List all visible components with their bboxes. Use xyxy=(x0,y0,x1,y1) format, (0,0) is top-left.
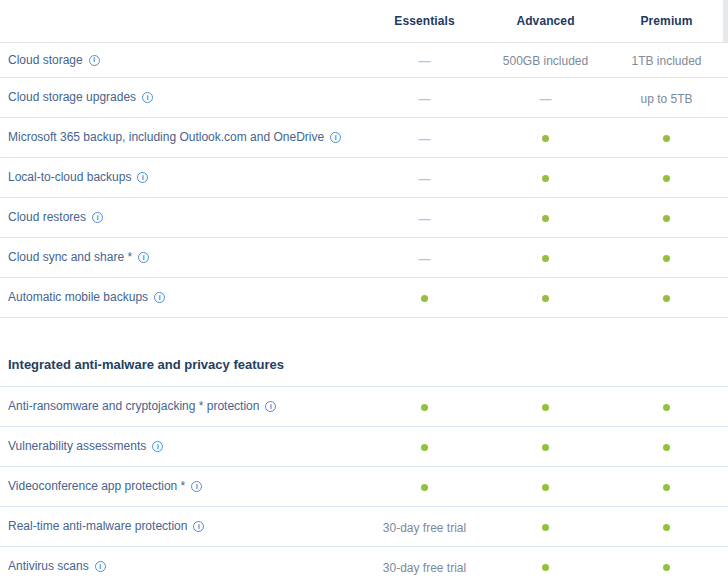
info-icon[interactable]: i xyxy=(89,55,100,66)
value-cell xyxy=(606,209,727,227)
column-header-advanced: Advanced xyxy=(485,14,606,28)
feature-cell: Cloud restoresi xyxy=(0,210,364,225)
feature-cell: Antivirus scansi xyxy=(0,559,364,574)
table-row: Vulnerability assessmentsi xyxy=(0,427,728,467)
value-cell: — xyxy=(364,129,485,147)
scroll-edge xyxy=(723,0,728,42)
value-cell xyxy=(606,398,727,416)
included-dot-icon xyxy=(542,135,549,142)
not-included-dash: — xyxy=(419,252,431,266)
info-icon[interactable]: i xyxy=(138,252,149,263)
included-dot-icon xyxy=(663,135,670,142)
included-dot-icon xyxy=(542,175,549,182)
info-icon[interactable]: i xyxy=(193,521,204,532)
value-cell xyxy=(485,438,606,456)
table-header-row: Essentials Advanced Premium xyxy=(0,0,728,43)
feature-cell: Automatic mobile backupsi xyxy=(0,290,364,305)
value-cell xyxy=(606,289,727,307)
info-icon[interactable]: i xyxy=(142,92,153,103)
value-cell: 30-day free trial xyxy=(364,558,485,576)
info-icon[interactable]: i xyxy=(137,172,148,183)
feature-label: Videoconference app protection * xyxy=(8,479,185,494)
included-dot-icon xyxy=(421,295,428,302)
feature-cell: Cloud storage upgradesi xyxy=(0,90,364,105)
feature-label: Cloud sync and share * xyxy=(8,250,132,265)
feature-label: Real-time anti-malware protection xyxy=(8,519,187,534)
info-icon[interactable]: i xyxy=(95,561,106,572)
value-cell: — xyxy=(364,169,485,187)
value-cell xyxy=(364,438,485,456)
value-cell xyxy=(364,289,485,307)
included-dot-icon xyxy=(542,484,549,491)
value-cell: — xyxy=(364,51,485,69)
included-dot-icon xyxy=(663,215,670,222)
value-cell xyxy=(606,169,727,187)
table-body: Cloud storagei—500GB included1TB include… xyxy=(0,43,728,579)
value-cell: — xyxy=(485,89,606,107)
not-included-dash: — xyxy=(419,132,431,146)
cell-value: 30-day free trial xyxy=(383,561,466,575)
not-included-dash: — xyxy=(419,172,431,186)
feature-cell: Local-to-cloud backupsi xyxy=(0,170,364,185)
cell-value: 30-day free trial xyxy=(383,521,466,535)
value-cell xyxy=(606,249,727,267)
feature-label: Cloud restores xyxy=(8,210,86,225)
feature-label: Microsoft 365 backup, including Outlook.… xyxy=(8,130,324,145)
column-header-essentials: Essentials xyxy=(364,14,485,28)
not-included-dash: — xyxy=(419,212,431,226)
included-dot-icon xyxy=(663,564,670,571)
value-cell xyxy=(606,558,727,576)
value-cell xyxy=(364,478,485,496)
feature-label: Vulnerability assessments xyxy=(8,439,146,454)
included-dot-icon xyxy=(663,295,670,302)
included-dot-icon xyxy=(663,404,670,411)
included-dot-icon xyxy=(542,295,549,302)
value-cell xyxy=(606,478,727,496)
included-dot-icon xyxy=(542,404,549,411)
cell-value: 500GB included xyxy=(503,54,588,68)
included-dot-icon xyxy=(542,444,549,451)
included-dot-icon xyxy=(663,255,670,262)
value-cell: up to 5TB xyxy=(606,89,727,107)
feature-cell: Cloud storagei xyxy=(0,53,364,68)
included-dot-icon xyxy=(663,444,670,451)
plans-comparison-table: Essentials Advanced Premium Cloud storag… xyxy=(0,0,728,579)
cell-value: 1TB included xyxy=(631,54,701,68)
info-icon[interactable]: i xyxy=(330,132,341,143)
info-icon[interactable]: i xyxy=(92,212,103,223)
feature-label: Local-to-cloud backups xyxy=(8,170,131,185)
included-dot-icon xyxy=(542,564,549,571)
table-row: Real-time anti-malware protectioni30-day… xyxy=(0,507,728,547)
table-row: Cloud restoresi— xyxy=(0,198,728,238)
column-header-premium: Premium xyxy=(606,14,727,28)
info-icon[interactable]: i xyxy=(191,481,202,492)
included-dot-icon xyxy=(663,484,670,491)
feature-cell: Microsoft 365 backup, including Outlook.… xyxy=(0,130,364,145)
feature-label: Cloud storage xyxy=(8,53,83,68)
feature-cell: Vulnerability assessmentsi xyxy=(0,439,364,454)
info-icon[interactable]: i xyxy=(154,292,165,303)
feature-label: Antivirus scans xyxy=(8,559,89,574)
included-dot-icon xyxy=(542,524,549,531)
feature-cell: Real-time anti-malware protectioni xyxy=(0,519,364,534)
feature-cell: Anti-ransomware and cryptojacking * prot… xyxy=(0,399,364,414)
table-row: Cloud storage upgradesi——up to 5TB xyxy=(0,78,728,118)
feature-cell: Cloud sync and share *i xyxy=(0,250,364,265)
cell-value: up to 5TB xyxy=(640,92,692,106)
value-cell xyxy=(485,209,606,227)
value-cell xyxy=(485,558,606,576)
value-cell xyxy=(606,129,727,147)
value-cell: 500GB included xyxy=(485,51,606,69)
table-row: Automatic mobile backupsi xyxy=(0,278,728,318)
info-icon[interactable]: i xyxy=(152,441,163,452)
info-icon[interactable]: i xyxy=(265,401,276,412)
value-cell xyxy=(485,478,606,496)
value-cell xyxy=(364,398,485,416)
not-included-dash: — xyxy=(419,54,431,68)
included-dot-icon xyxy=(542,215,549,222)
value-cell: — xyxy=(364,89,485,107)
value-cell xyxy=(485,289,606,307)
table-row: Cloud sync and share *i— xyxy=(0,238,728,278)
feature-label: Anti-ransomware and cryptojacking * prot… xyxy=(8,399,259,414)
section-title: Integrated anti-malware and privacy feat… xyxy=(8,357,284,372)
